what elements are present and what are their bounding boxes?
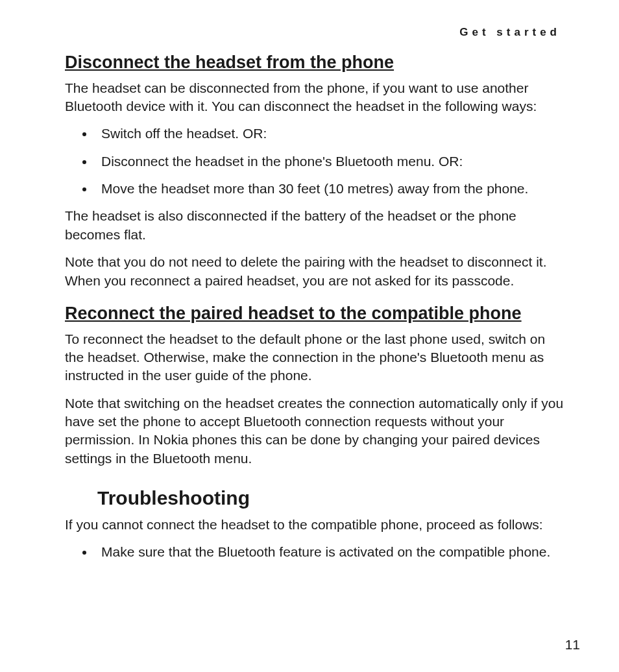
page-container: Get started Disconnect the headset from … bbox=[0, 0, 619, 672]
list-item: Make sure that the Bluetooth feature is … bbox=[95, 543, 567, 561]
list-item: Move the headset more than 30 feet (10 m… bbox=[95, 180, 567, 198]
troubleshooting-bullet-list: Make sure that the Bluetooth feature is … bbox=[65, 543, 567, 561]
paragraph-disconnect-intro: The headset can be disconnected from the… bbox=[65, 79, 567, 116]
paragraph-disconnect-battery: The headset is also disconnected if the … bbox=[65, 207, 567, 244]
paragraph-reconnect-note: Note that switching on the headset creat… bbox=[65, 394, 567, 468]
page-number: 11 bbox=[565, 637, 580, 653]
disconnect-bullet-list: Switch off the headset. OR: Disconnect t… bbox=[65, 125, 567, 198]
section-title-troubleshooting: Troubleshooting bbox=[97, 486, 567, 510]
running-head: Get started bbox=[65, 26, 567, 39]
subhead-disconnect: Disconnect the headset from the phone bbox=[65, 52, 567, 74]
paragraph-troubleshooting-intro: If you cannot connect the headset to the… bbox=[65, 516, 567, 534]
subhead-reconnect: Reconnect the paired headset to the comp… bbox=[65, 303, 567, 325]
paragraph-reconnect-intro: To reconnect the headset to the default … bbox=[65, 330, 567, 385]
list-item: Switch off the headset. OR: bbox=[95, 125, 567, 143]
paragraph-disconnect-note: Note that you do not need to delete the … bbox=[65, 253, 567, 290]
list-item: Disconnect the headset in the phone's Bl… bbox=[95, 152, 567, 171]
